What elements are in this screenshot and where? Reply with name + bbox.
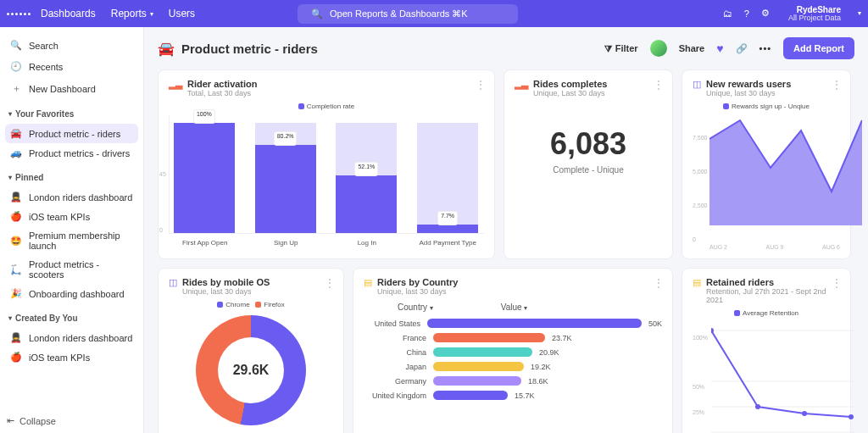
country-row: United States50K	[364, 319, 662, 328]
filter-button[interactable]: ⧩Filter	[604, 43, 638, 54]
nav-users[interactable]: Users	[169, 8, 195, 19]
donut-chart: 29.6K	[196, 315, 306, 425]
sidebar-item[interactable]: 🚙Product metrics - drivers	[5, 143, 138, 163]
card-subtitle: Total, Last 30 days	[187, 89, 258, 97]
card-menu-icon[interactable]: ⋮	[832, 79, 842, 91]
card-subtitle: Retention, Jul 27th 2021 - Sept 2nd 2021	[706, 287, 840, 304]
country-row: Germany18.6K	[364, 376, 662, 386]
country-row: France23.7K	[364, 333, 662, 342]
sidebar: 🔍Search 🕘Recents ＋New Dashboard Your Fav…	[0, 27, 144, 433]
card-subtitle: Unique, Last 30 days	[533, 89, 607, 97]
sidebar-item-label: Premium membership launch	[29, 230, 133, 251]
nav-dashboards[interactable]: Dashboards	[41, 8, 96, 19]
card-title: Riders by Country	[377, 277, 458, 287]
country-row: United Kingdom15.7K	[364, 391, 662, 400]
card-rides-completes: ▂▃ Rides completes Unique, Last 30 days …	[504, 69, 673, 259]
emoji-icon: 🎉	[10, 288, 22, 299]
favorite-icon[interactable]: ♥	[716, 42, 723, 55]
sidebar-item-label: London riders dashboard	[29, 333, 132, 343]
settings-icon[interactable]: ⚙	[761, 8, 770, 19]
card-menu-icon[interactable]: ⋮	[476, 79, 486, 91]
sidebar-item[interactable]: 🛴Product metrics - scooters	[5, 255, 138, 284]
more-icon[interactable]: •••	[760, 43, 772, 53]
sidebar-new-dashboard[interactable]: ＋New Dashboard	[5, 78, 138, 99]
sidebar-search[interactable]: 🔍Search	[5, 36, 138, 55]
emoji-icon: 🛴	[10, 264, 22, 275]
sidebar-item-label: Product metrics - drivers	[29, 148, 130, 158]
inbox-icon[interactable]: 🗂	[723, 8, 732, 19]
sidebar-item[interactable]: 🚘Product metric - riders	[5, 124, 138, 143]
card-title: Rider activation	[187, 79, 258, 89]
nav-reports[interactable]: Reports▾	[111, 8, 153, 19]
svg-point-7	[802, 411, 807, 416]
sidebar-item[interactable]: 💂London riders dashboard	[5, 187, 138, 207]
main: 🚘 Product metric - riders ⧩Filter Share …	[144, 27, 868, 433]
card-new-rewards-users: ◫ New rewards users Unique, last 30 days…	[682, 69, 851, 259]
card-subtitle: Unique, last 30 days	[182, 287, 270, 296]
add-report-button[interactable]: Add Report	[783, 37, 854, 59]
chart-icon: ▤	[364, 277, 372, 288]
chart-icon: ▂▃	[515, 79, 528, 90]
card-menu-icon[interactable]: ⋮	[325, 277, 335, 289]
link-icon[interactable]: 🔗	[736, 43, 748, 54]
country-row: China20.9K	[364, 347, 662, 357]
card-menu-icon[interactable]: ⋮	[832, 277, 842, 289]
sidebar-section-pinned[interactable]: Pinned	[8, 173, 138, 182]
sidebar-item[interactable]: 🍎iOS team KPIs	[5, 207, 138, 226]
svg-point-6	[755, 404, 760, 409]
help-icon[interactable]: ?	[744, 8, 749, 19]
chart-icon: ▂▃	[169, 79, 182, 90]
emoji-icon: 💂	[10, 332, 22, 343]
sidebar-item[interactable]: 💂London riders dashboard	[5, 328, 138, 347]
clock-icon: 🕘	[10, 61, 22, 72]
sidebar-item-label: London riders dashboard	[29, 192, 132, 203]
card-rides-by-os: ◫ Rides by mobile OS Unique, last 30 day…	[158, 268, 344, 433]
sidebar-collapse[interactable]: ⇤Collapse	[7, 415, 56, 426]
search-icon: 🔍	[311, 8, 323, 19]
sidebar-recents[interactable]: 🕘Recents	[5, 57, 138, 76]
card-title: Rides by mobile OS	[182, 277, 270, 287]
app-logo[interactable]	[7, 13, 31, 15]
card-menu-icon[interactable]: ⋮	[654, 277, 664, 289]
project-chevron-icon[interactable]: ▾	[858, 9, 861, 17]
card-title: New rewards users	[706, 79, 791, 89]
emoji-icon: 🚘	[10, 128, 22, 139]
sidebar-item-label: Product metric - riders	[29, 129, 120, 139]
sidebar-item[interactable]: 🤩Premium membership launch	[5, 226, 138, 255]
sidebar-item[interactable]: 🎉Onboarding dashboard	[5, 284, 138, 303]
card-riders-by-country: ▤ Riders by Country Unique, last 30 days…	[353, 268, 673, 433]
chart-icon: ◫	[169, 277, 177, 288]
global-search[interactable]: 🔍 Open Reports & Dashboards ⌘K	[298, 4, 518, 24]
country-row: Japan19.2K	[364, 362, 662, 371]
donut-value: 29.6K	[196, 315, 306, 425]
plus-icon: ＋	[10, 82, 22, 95]
project-picker[interactable]: RydeShare All Project Data	[788, 5, 841, 23]
avatar[interactable]	[650, 40, 667, 57]
share-button[interactable]: Share	[679, 43, 705, 53]
legend: Rewards sign up - Unqiue	[693, 103, 840, 110]
card-rider-activation: ▂▃ Rider activation Total, Last 30 days …	[158, 69, 495, 259]
card-subtitle: Unique, last 30 days	[706, 89, 791, 97]
emoji-icon: 🍎	[10, 211, 22, 222]
card-menu-icon[interactable]: ⋮	[654, 79, 664, 91]
filter-icon: ⧩	[604, 43, 612, 54]
legend: Completion rate	[169, 103, 484, 110]
emoji-icon: 🍎	[10, 352, 22, 363]
card-subtitle: Unique, last 30 days	[377, 287, 458, 296]
sidebar-section-favorites[interactable]: Your Favorites	[8, 109, 138, 119]
country-sort[interactable]: Country ▾	[398, 303, 433, 312]
chart-icon: ◫	[693, 79, 701, 90]
legend: Average Retention	[693, 309, 840, 317]
sidebar-item-label: Product metrics - scooters	[29, 259, 133, 280]
metric-value: 6,083	[515, 126, 662, 162]
search-icon: 🔍	[10, 40, 22, 51]
svg-point-8	[849, 414, 854, 419]
sidebar-item-label: iOS team KPIs	[29, 353, 90, 363]
sidebar-item-label: iOS team KPIs	[29, 212, 90, 222]
sidebar-item[interactable]: 🍎iOS team KPIs	[5, 347, 138, 367]
card-title: Retained riders	[706, 277, 840, 287]
sidebar-section-created[interactable]: Created By You	[8, 314, 138, 323]
emoji-icon: 🤩	[10, 236, 22, 247]
value-sort[interactable]: Value ▾	[501, 303, 528, 312]
search-label: Open Reports & Dashboards ⌘K	[330, 8, 468, 19]
